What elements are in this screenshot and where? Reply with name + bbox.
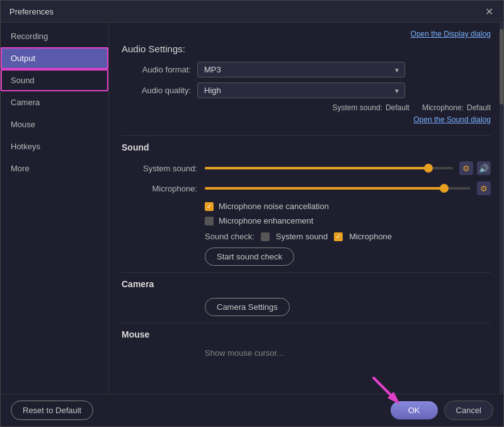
system-sound-slider-fill (205, 167, 428, 169)
scrollbar-thumb[interactable] (500, 29, 503, 105)
microphone-settings-icon[interactable]: ⚙ (477, 181, 491, 195)
divider-3 (122, 322, 491, 323)
microphone-info-label: Microphone: (422, 103, 464, 112)
cancel-button[interactable]: Cancel (444, 401, 493, 420)
bottom-bar: Reset to Default OK Cancel (1, 394, 503, 426)
arrow-icon (367, 372, 403, 407)
enhancement-row: Microphone enhancement (205, 216, 491, 225)
system-sound-slider-thumb[interactable] (424, 164, 433, 173)
system-sound-slider-label: System sound: (122, 164, 197, 173)
divider-1 (122, 135, 491, 136)
camera-settings-button[interactable]: Camera Settings (205, 298, 290, 316)
audio-format-label: Audio format: (122, 65, 191, 74)
sidebar: Recording Output Sound Camera Mouse Hotk… (1, 23, 109, 394)
noise-cancellation-label: Microphone noise cancellation (219, 202, 329, 211)
sound-check-row: Sound check: System sound ✓ Microphone (205, 232, 491, 241)
arrow-indicator (367, 372, 403, 409)
info-row: System sound: Default Microphone: Defaul… (122, 103, 491, 112)
sound-section: Sound System sound: ⚙ 🔊 (122, 142, 491, 266)
microphone-info: Microphone: Default (422, 103, 491, 112)
camera-section-title: Camera (122, 279, 491, 289)
preferences-window: Preferences ✕ Recording Output Sound Cam… (0, 0, 504, 427)
main-wrapper: Open the Display dialog Audio Settings: … (109, 23, 503, 394)
sidebar-item-output[interactable]: Output (1, 47, 108, 69)
audio-format-row: Audio format: MP3 (122, 62, 491, 77)
microphone-info-value: Default (467, 103, 491, 112)
open-sound-dialog-link[interactable]: Open the Sound dialog (413, 115, 491, 124)
system-sound-check-checkbox[interactable] (261, 232, 270, 241)
microphone-slider-fill (205, 187, 444, 190)
audio-format-select[interactable]: MP3 (197, 62, 405, 77)
sound-section-title: Sound (122, 142, 491, 152)
system-sound-slider-row: System sound: ⚙ 🔊 (122, 161, 491, 175)
system-sound-info-value: Default (386, 103, 410, 112)
open-display-dialog-link[interactable]: Open the Display dialog (411, 30, 491, 38)
microphone-icons: ⚙ (477, 181, 491, 195)
sidebar-item-camera[interactable]: Camera (1, 91, 108, 113)
sidebar-item-mouse[interactable]: Mouse (1, 113, 108, 135)
sidebar-item-hotkeys[interactable]: Hotkeys (1, 135, 108, 157)
audio-settings-title: Audio Settings: (122, 43, 491, 54)
audio-quality-select-wrapper: High (197, 83, 405, 98)
reset-to-default-button[interactable]: Reset to Default (11, 401, 93, 420)
top-link-area: Open the Display dialog (122, 29, 491, 38)
noise-cancellation-checkbox[interactable]: ✓ (205, 202, 214, 211)
sidebar-item-recording[interactable]: Recording (1, 25, 108, 47)
window-title: Preferences (9, 7, 54, 16)
microphone-slider-track[interactable] (205, 187, 471, 190)
microphone-check-label: Microphone (349, 232, 392, 241)
mouse-section-title: Mouse (122, 329, 491, 339)
system-sound-slider-track[interactable] (205, 167, 453, 169)
divider-2 (122, 272, 491, 273)
content-area: Recording Output Sound Camera Mouse Hotk… (1, 23, 503, 394)
system-sound-info-label: System sound: (333, 103, 382, 112)
open-sound-dialog-area: Open the Sound dialog (122, 115, 491, 124)
enhancement-checkbox[interactable] (205, 217, 214, 225)
audio-quality-row: Audio quality: High (122, 83, 491, 98)
titlebar: Preferences ✕ (1, 1, 503, 23)
start-sound-check-button[interactable]: Start sound check (205, 248, 294, 266)
scrollbar-track[interactable] (500, 23, 503, 394)
audio-quality-label: Audio quality: (122, 86, 191, 95)
microphone-check-checkbox[interactable]: ✓ (334, 232, 343, 241)
audio-quality-select[interactable]: High (197, 83, 405, 98)
show-mouse-cursor-row: Show mouse cursor... (205, 348, 491, 358)
sidebar-item-more[interactable]: More (1, 157, 108, 179)
microphone-slider-row: Microphone: ⚙ (122, 181, 491, 195)
noise-cancellation-row: ✓ Microphone noise cancellation (205, 202, 491, 211)
system-sound-settings-icon[interactable]: ⚙ (459, 161, 473, 175)
system-sound-icons: ⚙ 🔊 (459, 161, 491, 175)
sidebar-item-sound[interactable]: Sound (1, 69, 108, 91)
microphone-slider-thumb[interactable] (440, 184, 449, 193)
audio-format-select-wrapper: MP3 (197, 62, 405, 77)
system-sound-check-label: System sound (276, 232, 328, 241)
system-sound-volume-icon[interactable]: 🔊 (477, 161, 491, 175)
mouse-section: Mouse Show mouse cursor... (122, 329, 491, 358)
microphone-slider-label: Microphone: (122, 184, 197, 193)
enhancement-label: Microphone enhancement (219, 216, 313, 225)
sound-check-label: Sound check: (205, 232, 255, 241)
system-sound-info: System sound: Default (333, 103, 410, 112)
camera-section: Camera Camera Settings (122, 279, 491, 316)
audio-settings-section: Audio Settings: Audio format: MP3 Audio … (122, 43, 491, 124)
bottom-right-buttons: OK Cancel (391, 401, 493, 420)
close-button[interactable]: ✕ (483, 6, 495, 17)
main-content: Open the Display dialog Audio Settings: … (109, 23, 503, 394)
